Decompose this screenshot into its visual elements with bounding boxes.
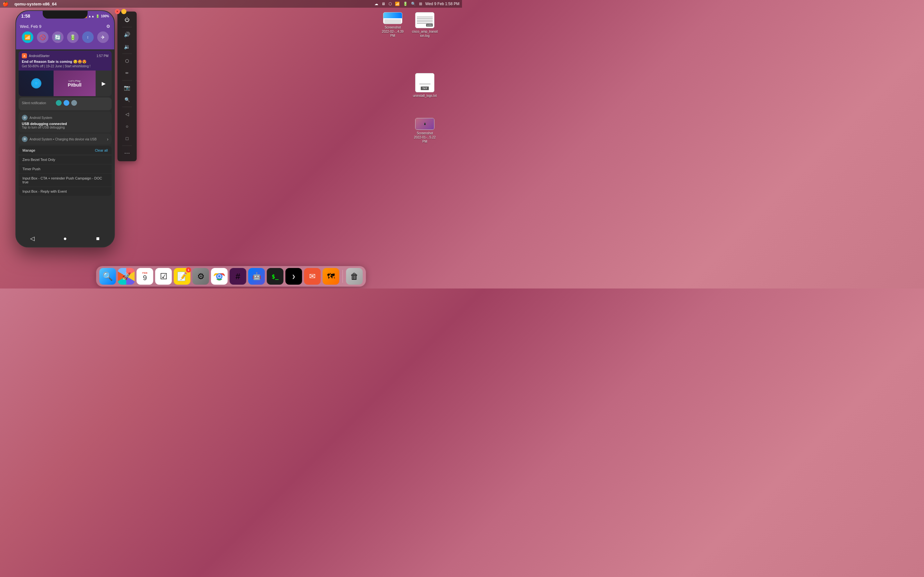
txt-badge: TXT xyxy=(421,87,429,90)
toolbar-close-button[interactable]: ✕ xyxy=(115,9,120,14)
dock-calendar[interactable]: FEB 9 xyxy=(137,268,153,285)
dock-terminal1[interactable]: $_ xyxy=(267,268,284,285)
charging-left: ⚙ Android System • Charging this device … xyxy=(22,136,97,142)
phone-screen: 1:58 📶 ▲▲ 🔋 100% Wed, Feb 9 ⚙ 📶 🚫 🔄 xyxy=(16,11,114,247)
silent-notification-section: Silent notification xyxy=(19,97,111,110)
screenshot2-label2: 2022-01-...5.22 PM xyxy=(413,135,436,143)
log-label2: ion.log xyxy=(420,34,429,38)
battery-status-icon: 🔋 xyxy=(95,15,99,18)
dock-terminal2[interactable]: ❯ xyxy=(286,268,302,285)
data-quick-icon[interactable]: ↕ xyxy=(82,31,94,43)
nav-home-button[interactable]: ● xyxy=(59,234,71,243)
menubar-app-name: qemu-system-x86_64 xyxy=(15,2,57,6)
dock-separator xyxy=(342,270,343,283)
desktop-screenshot1-icon[interactable]: Screenshot 2022-02-...4.39 PM xyxy=(381,12,404,38)
txt-graphic: TXT xyxy=(415,73,435,92)
fold-button[interactable]: ✏ xyxy=(121,67,134,79)
calendar-day: 9 xyxy=(143,274,147,282)
dock-maps[interactable]: 🗺 xyxy=(323,268,339,285)
control-center-icon[interactable]: ⊞ xyxy=(419,2,422,6)
menubar-left: 🍎 qemu-system-x86_64 xyxy=(3,1,57,7)
battery-icon: 🔋 xyxy=(403,2,408,6)
phone-body: 1:58 📶 ▲▲ 🔋 100% Wed, Feb 9 ⚙ 📶 🚫 🔄 xyxy=(15,10,115,247)
notif-header: A AndroidStarter 1:57 PM xyxy=(19,51,111,60)
charging-notification[interactable]: ⚙ Android System • Charging this device … xyxy=(19,134,111,145)
screenshot-button[interactable]: 📷 xyxy=(121,82,134,93)
dock-system-preferences[interactable]: ⚙ xyxy=(192,268,209,285)
dock-android-studio[interactable]: 🤖 xyxy=(248,268,265,285)
rotation-quick-icon[interactable]: 🔄 xyxy=(52,31,63,43)
dock-launchpad[interactable]: 🚀 xyxy=(118,268,135,285)
log-label1: cisco_amp_transit xyxy=(412,29,438,34)
usb-notif-header: ⚙ Android System xyxy=(22,115,108,121)
dnd-quick-icon[interactable]: 🚫 xyxy=(37,31,48,43)
clear-all-button[interactable]: Clear all xyxy=(95,148,108,152)
list-item-inputbox-cta[interactable]: Input Box - CTA + reminder Push Campaign… xyxy=(19,174,111,187)
dot-blue xyxy=(63,100,69,106)
dock-finder[interactable]: 🔍 xyxy=(99,268,116,285)
screenshot1-body xyxy=(384,19,401,24)
dock-slack[interactable]: # xyxy=(230,268,246,285)
notif-body: Get 50-80% off | 19-22 June | Start whis… xyxy=(19,64,111,71)
dock-chrome[interactable] xyxy=(211,268,228,285)
battery-quick-icon[interactable]: 🔋 xyxy=(67,31,79,43)
silent-dots xyxy=(56,100,77,106)
desktop-txt-icon[interactable]: TXT uninstall_logs.txt xyxy=(413,73,436,99)
charging-text: Android System • Charging this device vi… xyxy=(29,137,97,141)
usb-debug-notification[interactable]: ⚙ Android System USB debugging connected… xyxy=(19,111,111,132)
desktop-log-icon[interactable]: LOG cisco_amp_transit ion.log xyxy=(413,12,436,38)
list-item-zero-bezel[interactable]: Zero Bezel Text Only xyxy=(19,155,111,164)
volume-down-button[interactable]: 🔊 xyxy=(121,29,134,40)
more-button[interactable]: ⋯ xyxy=(121,147,134,159)
notif-title: End of Reason Sale is coming 😏🤩😍 xyxy=(19,60,111,64)
notif-media-right[interactable]: ▶ xyxy=(95,71,111,96)
dot-teal xyxy=(56,100,61,106)
screenshot2-label1: Screenshot xyxy=(417,131,433,135)
nav-recents-button[interactable]: ■ xyxy=(91,234,104,243)
phone-time: 1:58 xyxy=(21,13,30,19)
volume-up-button[interactable]: 🔉 xyxy=(121,41,134,52)
notif-app-name: AndroidStarter xyxy=(29,54,49,58)
back-nav-button[interactable]: ◁ xyxy=(121,108,134,120)
airplane-quick-icon[interactable]: ✈ xyxy=(97,31,109,43)
android-system-name: Android System xyxy=(29,116,52,119)
usb-notif-body: Tap to turn off USB debugging xyxy=(22,126,108,129)
notif-media: 🌐 Let's Play Pitbull ▶ xyxy=(19,71,111,96)
wifi-quick-icon[interactable]: 📶 xyxy=(22,31,33,43)
dock: 🔍 🚀 FEB 9 ☑ 📝 1 ⚙ # 🤖 xyxy=(96,266,366,287)
chevron-icon: › xyxy=(107,137,108,142)
quick-settings: Wed, Feb 9 ⚙ 📶 🚫 🔄 🔋 ↕ ✈ xyxy=(16,21,114,49)
cloud-icon: ☁ xyxy=(375,2,378,6)
apple-icon[interactable]: 🍎 xyxy=(3,1,9,7)
phone-notch xyxy=(43,11,87,19)
date-row: Wed, Feb 9 ⚙ xyxy=(20,24,110,29)
power-button[interactable]: ⏻ xyxy=(121,14,134,26)
dock-reminders[interactable]: ☑ xyxy=(155,268,172,285)
manage-button[interactable]: Manage xyxy=(23,148,35,152)
home-nav-button[interactable]: ○ xyxy=(121,121,134,132)
silent-header: Silent notification xyxy=(22,100,108,106)
toolbar-panel: ✕ ⏻ 🔊 🔉 ⬡ ✏ 📷 🔍 ◁ ○ □ ⋯ xyxy=(118,11,137,161)
desktop-screenshot2-icon[interactable]: 📱 Screenshot 2022-01-...5.22 PM xyxy=(413,118,436,143)
notif-media-left: 🌐 xyxy=(19,71,53,96)
search-icon[interactable]: 🔍 xyxy=(411,2,416,6)
settings-icon[interactable]: ⚙ xyxy=(106,24,110,29)
silent-label: Silent notification xyxy=(22,101,46,105)
rotate-button[interactable]: ⬡ xyxy=(121,55,134,67)
notification-list: Manage Clear all Zero Bezel Text Only Ti… xyxy=(19,146,111,196)
list-item-timer-push[interactable]: Timer Push xyxy=(19,164,111,174)
screenshot1-label1: Screenshot xyxy=(384,25,401,29)
list-item-inputbox-reply[interactable]: Input Box - Reply with Event xyxy=(19,187,111,196)
recents-nav-button[interactable]: □ xyxy=(121,133,134,144)
toolbar-minimize-button[interactable] xyxy=(121,9,126,14)
nav-back-button[interactable]: ◁ xyxy=(26,234,39,243)
notif-media-center: Let's Play Pitbull xyxy=(53,71,95,96)
display-icon: 🖥 xyxy=(381,2,385,6)
dock-trash[interactable]: 🗑 xyxy=(346,268,363,285)
dock-postman[interactable]: ✉ xyxy=(304,268,321,285)
zoom-button[interactable]: 🔍 xyxy=(121,94,134,105)
dock-notes[interactable]: 📝 1 xyxy=(174,268,191,285)
toolbar-separator-3 xyxy=(122,80,132,81)
notification-card-androidstarter: A AndroidStarter 1:57 PM End of Reason S… xyxy=(19,51,111,96)
screenshot1-graphic xyxy=(383,12,402,24)
